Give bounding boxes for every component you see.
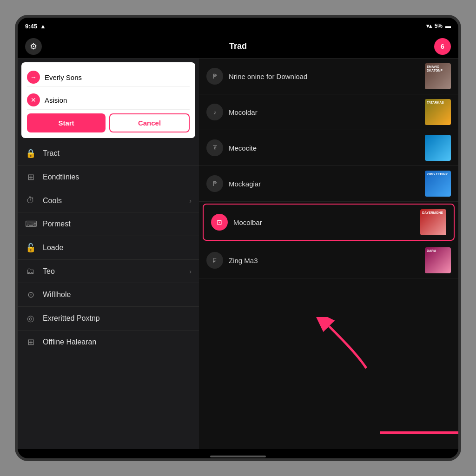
chevron-icon: › — [189, 268, 192, 275]
wifi-signal-icon: ▾▴ — [426, 23, 432, 29]
sidebar-label-fondtlinies: Eondtlinies — [43, 173, 192, 181]
wifi-icon: ▲ — [40, 23, 46, 30]
battery-display: 5% — [435, 23, 443, 29]
sidebar-icon-fondtlinies: ⊞ — [25, 172, 36, 182]
arrow-annotation — [315, 317, 380, 384]
music-name-mocoldar: Mocoldar — [229, 108, 419, 116]
music-name-nrine: Nrine onine for Download — [229, 73, 419, 80]
header: ⚙ Trad 6 — [18, 34, 458, 59]
music-item-mocoldar[interactable]: ♪ Mocoldar TATARKAS — [199, 94, 458, 130]
go-icon: → — [27, 71, 40, 84]
sidebar-icon-exreritted-poxtnp: ◎ — [25, 313, 36, 324]
x-icon: ✕ — [27, 93, 40, 106]
time-display: 9:45 — [25, 23, 37, 30]
main-layout: → Everly Sons ✕ Asision Start Cancel 🔒 T… — [18, 59, 458, 449]
music-name-mecocite: Mecocite — [229, 144, 419, 152]
music-name-zing-ma3: Zing Ma3 — [229, 257, 419, 264]
dropdown-item-1-label: Everly Sons — [45, 73, 82, 81]
sidebar-item-cools[interactable]: ⏱ Cools › — [18, 189, 199, 212]
content-area: ₱ Nrine onine for Download EMAVIO DKATGN… — [199, 59, 458, 449]
dropdown-item-1[interactable]: → Everly Sons — [27, 68, 190, 87]
music-name-mockagiar: Mockagiar — [229, 180, 419, 188]
sidebar-label-wifllhole: Wifllhole — [43, 291, 192, 299]
sidebar-label-cools: Cools — [43, 197, 183, 205]
music-item-mockagiar[interactable]: ₱ Mockagiar ZIMG FEBINY — [199, 166, 458, 202]
settings-icon[interactable]: ⚙ — [25, 38, 42, 55]
sidebar-item-teo[interactable]: 🗂 Teo › — [18, 260, 199, 283]
page-title: Trad — [229, 41, 247, 51]
sidebar-item-tract[interactable]: 🔒 Tract — [18, 142, 199, 165]
sidebar-icon-offline-halearan: ⊞ — [25, 337, 36, 347]
music-item-nrine[interactable]: ₱ Nrine onine for Download EMAVIO DKATGN… — [199, 59, 458, 94]
sidebar-label-offline-halearan: Offline Halearan — [43, 338, 192, 346]
home-bar — [210, 456, 266, 457]
sidebar-label-pormest: Pormest — [43, 220, 192, 228]
sidebar-menu: 🔒 Tract ⊞ Eondtlinies ⏱ Cools › ⌨ Pormes… — [18, 142, 199, 354]
sidebar-item-exreritted-poxtnp[interactable]: ◎ Exreritted Poxtnp — [18, 307, 199, 331]
sidebar-icon-teo: 🗂 — [25, 266, 36, 276]
music-item-mecocite[interactable]: ₮ Mecocite — [199, 130, 458, 166]
sidebar-icon-wifllhole: ⊙ — [25, 290, 36, 300]
sidebar-item-offline-halearan[interactable]: ⊞ Offline Halearan — [18, 331, 199, 354]
sidebar-label-teo: Teo — [43, 267, 183, 276]
music-icon-zing-ma3: ₣ — [206, 252, 223, 269]
sidebar-icon-cools: ⏱ — [25, 196, 36, 205]
dropdown-popup: → Everly Sons ✕ Asision Start Cancel — [21, 62, 195, 138]
sidebar-icon-pormest: ⌨ — [25, 219, 36, 229]
music-thumb-zing-ma3: DARA — [425, 247, 451, 273]
sidebar: → Everly Sons ✕ Asision Start Cancel 🔒 T… — [18, 59, 199, 449]
status-time: 9:45 ▲ — [25, 23, 46, 30]
cancel-button[interactable]: Cancel — [109, 113, 190, 132]
sidebar-icon-loade: 🔓 — [25, 243, 36, 253]
avatar[interactable]: 6 — [434, 38, 451, 55]
dropdown-item-2-label: Asision — [45, 96, 67, 104]
music-icon-mocoldar: ♪ — [206, 104, 223, 120]
sidebar-item-loade[interactable]: 🔓 Loade — [18, 236, 199, 260]
music-icon-mocolbar: ⊡ — [211, 214, 228, 231]
start-button[interactable]: Start — [27, 113, 106, 132]
status-bar: 9:45 ▲ ▾▴ 5% ▬ — [18, 18, 458, 34]
sidebar-item-wifllhole[interactable]: ⊙ Wifllhole — [18, 283, 199, 307]
music-icon-mockagiar: ₱ — [206, 175, 223, 192]
sidebar-label-exreritted-poxtnp: Exreritted Poxtnp — [43, 314, 192, 323]
music-item-mocolbar[interactable]: ⊡ Mocolbar DAYERMONE — [203, 204, 455, 241]
music-list: ₱ Nrine onine for Download EMAVIO DKATGN… — [199, 59, 458, 278]
music-thumb-mocolbar: DAYERMONE — [420, 209, 446, 235]
dropdown-item-2[interactable]: ✕ Asision — [27, 91, 190, 110]
music-item-zing-ma3[interactable]: ₣ Zing Ma3 DARA — [199, 243, 458, 278]
sidebar-label-tract: Tract — [43, 149, 192, 158]
music-name-mocolbar: Mocolbar — [233, 218, 415, 226]
home-indicator — [18, 449, 458, 461]
bottom-bar — [380, 431, 458, 434]
sidebar-item-fondtlinies[interactable]: ⊞ Eondtlinies — [18, 165, 199, 189]
sidebar-item-pormest[interactable]: ⌨ Pormest — [18, 212, 199, 236]
music-thumb-mocoldar: TATARKAS — [425, 99, 451, 125]
status-right: ▾▴ 5% ▬ — [426, 23, 451, 29]
chevron-icon: › — [189, 197, 192, 205]
sidebar-icon-tract: 🔒 — [25, 148, 36, 159]
music-thumb-mecocite — [425, 135, 451, 161]
battery-icon: ▬ — [445, 23, 451, 29]
dropdown-buttons: Start Cancel — [27, 113, 190, 132]
music-icon-nrine: ₱ — [206, 68, 223, 85]
sidebar-label-loade: Loade — [43, 244, 192, 252]
music-thumb-mockagiar: ZIMG FEBINY — [425, 171, 451, 197]
music-thumb-nrine: EMAVIO DKATGNF — [425, 63, 451, 89]
music-icon-mecocite: ₮ — [206, 139, 223, 156]
